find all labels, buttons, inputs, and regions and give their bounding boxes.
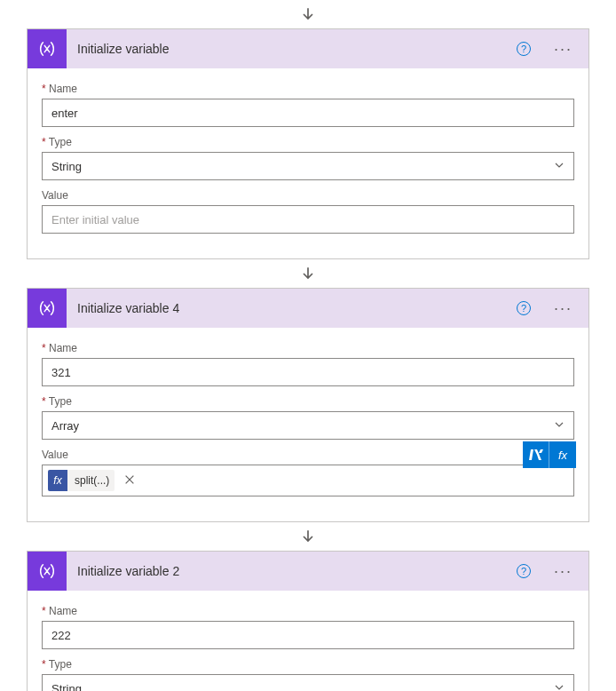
field-label-value: Value	[42, 189, 574, 202]
card-body: Name Type String Value	[28, 68, 588, 258]
field-label-name: Name	[42, 605, 574, 617]
help-icon[interactable]: ?	[517, 301, 531, 315]
field-name: Name	[42, 83, 574, 127]
field-type: Type String	[42, 136, 574, 180]
type-select[interactable]: String	[42, 674, 574, 691]
variable-icon	[28, 289, 67, 328]
dynamic-content-button[interactable]	[523, 441, 549, 468]
field-label-type: Type	[42, 658, 574, 671]
type-select[interactable]: String	[42, 152, 574, 180]
card-header[interactable]: Initialize variable ? ···	[28, 29, 588, 68]
value-input[interactable]	[42, 205, 574, 234]
arrow-down-icon	[297, 526, 319, 547]
card-title: Initialize variable 4	[77, 301, 506, 315]
field-label-name: Name	[42, 83, 574, 95]
field-label-type: Type	[42, 395, 574, 408]
variable-icon	[28, 29, 67, 68]
field-value: Value	[42, 189, 574, 234]
card-header[interactable]: Initialize variable 4 ? ···	[28, 289, 588, 328]
card-body: Name Type Array fx	[28, 328, 588, 521]
field-name: Name	[42, 605, 574, 649]
field-label-name: Name	[42, 342, 574, 354]
type-select-value: String	[51, 682, 82, 692]
expression-button[interactable]: fx	[549, 441, 576, 468]
card-header[interactable]: Initialize variable 2 ? ···	[28, 552, 588, 591]
field-label-value: Value	[42, 449, 574, 461]
arrow-down-icon	[297, 4, 319, 25]
action-card-initialize-variable-2[interactable]: Initialize variable 2 ? ··· Name Type St…	[27, 551, 589, 691]
help-icon[interactable]: ?	[517, 564, 531, 578]
chevron-down-icon	[554, 419, 565, 433]
more-menu-icon[interactable]: ···	[550, 299, 576, 318]
fx-icon: fx	[48, 470, 67, 491]
action-card-initialize-variable[interactable]: Initialize variable ? ··· Name Type Stri…	[27, 28, 589, 259]
fx-label: fx	[558, 449, 567, 462]
field-type: Type Array	[42, 395, 574, 440]
variable-icon	[28, 552, 67, 591]
arrow-down-icon	[297, 263, 319, 284]
type-select[interactable]: Array	[42, 411, 574, 440]
type-select-value: Array	[51, 419, 79, 433]
field-name: Name	[42, 342, 574, 386]
field-value: Value fx split(...)	[42, 449, 574, 496]
name-input[interactable]	[42, 621, 574, 649]
type-select-value: String	[51, 160, 82, 173]
card-title: Initialize variable	[77, 42, 506, 56]
more-menu-icon[interactable]: ···	[550, 562, 576, 581]
help-icon[interactable]: ?	[517, 42, 531, 56]
expression-token[interactable]: fx split(...)	[48, 470, 115, 491]
chevron-down-icon	[554, 160, 565, 173]
more-menu-icon[interactable]: ···	[550, 40, 576, 59]
field-type: Type String	[42, 658, 574, 691]
field-label-type: Type	[42, 136, 574, 148]
chevron-down-icon	[554, 682, 565, 692]
token-text: split(...)	[71, 474, 115, 487]
card-title: Initialize variable 2	[77, 564, 506, 578]
dynamic-content-bar: fx	[523, 441, 576, 468]
flow-container: Initialize variable ? ··· Name Type Stri…	[0, 0, 616, 691]
name-input[interactable]	[42, 99, 574, 127]
action-card-initialize-variable-4[interactable]: Initialize variable 4 ? ··· Name Type Ar…	[27, 288, 589, 522]
remove-token-icon[interactable]	[120, 473, 139, 488]
name-input[interactable]	[42, 358, 574, 386]
value-input[interactable]: fx split(...)	[42, 465, 574, 496]
card-body: Name Type String Value	[28, 591, 588, 691]
